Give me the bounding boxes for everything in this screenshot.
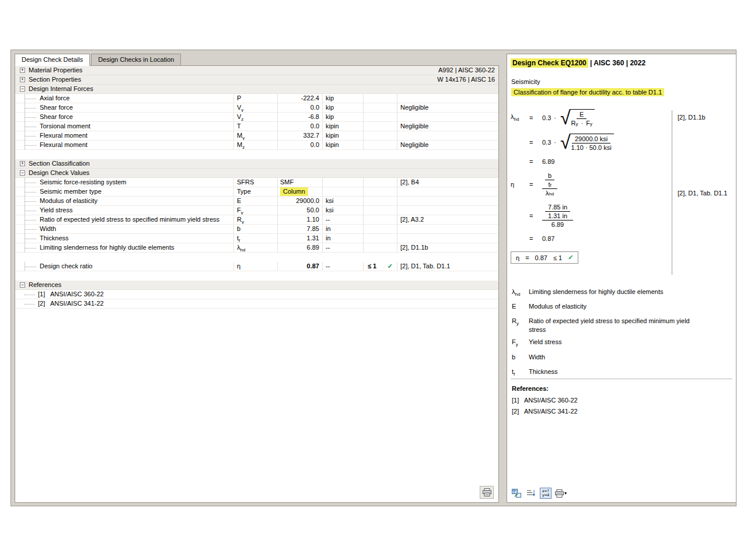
- row-unit: kip: [323, 113, 364, 121]
- row-value: -222.4: [278, 94, 323, 103]
- row-value: 50.0: [278, 206, 323, 215]
- row-note: [397, 131, 498, 140]
- row-comparison: [364, 206, 397, 215]
- row-comparison: ≤ 1✓: [364, 262, 397, 271]
- reference-number: [1]: [38, 290, 50, 299]
- collapse-icon[interactable]: −: [20, 86, 25, 92]
- group-label: Material Properties: [29, 66, 82, 75]
- table-row-flexural-moment-mz[interactable]: Flexural moment Mz 0.0 kipin Negligible: [15, 141, 498, 150]
- references-heading: References:: [512, 385, 549, 392]
- collapse-icon[interactable]: −: [20, 282, 25, 288]
- formula-reference-annotation: [2], D1.1b: [678, 114, 706, 121]
- row-unit: --: [323, 243, 364, 252]
- table-row-design-check-ratio[interactable]: Design check ratio η 0.87 -- ≤ 1✓ [2], D…: [15, 262, 498, 271]
- row-unit: kip: [323, 94, 364, 103]
- row-unit: in: [323, 225, 364, 233]
- annotation-divider: [672, 110, 672, 275]
- row-comparison: [364, 215, 397, 224]
- row-symbol: tf: [234, 234, 278, 243]
- group-label: Section Classification: [29, 159, 90, 168]
- collapse-icon[interactable]: −: [20, 170, 25, 176]
- table-row-shear-force-vz[interactable]: Shear force Vz -6.8 kip: [15, 113, 498, 122]
- row-unit: kipin: [323, 141, 364, 149]
- expand-icon[interactable]: +: [20, 68, 25, 73]
- tab-design-checks-in-location[interactable]: Design Checks in Location: [91, 54, 181, 66]
- sort-rows-button[interactable]: [525, 488, 537, 499]
- print-button[interactable]: [480, 486, 494, 499]
- row-comparison: [364, 243, 397, 252]
- group-row-material-properties[interactable]: + Material Properties A992 | AISC 360-22: [15, 66, 498, 75]
- group-row-references[interactable]: − References: [15, 281, 498, 290]
- table-row-axial-force[interactable]: Axial force P -222.4 kip: [15, 94, 498, 103]
- group-row-design-check-values[interactable]: − Design Check Values: [15, 169, 498, 178]
- row-symbol: λhd: [234, 243, 278, 252]
- table-row-thickness[interactable]: Thickness tf 1.31 in: [15, 234, 498, 243]
- row-label: Torsional moment: [15, 122, 234, 131]
- group-label: Design Internal Forces: [29, 85, 93, 93]
- table-row-yield-stress[interactable]: Yield stress Fy 50.0 ksi: [15, 206, 498, 215]
- group-value: W 14x176 | AISC 16: [437, 75, 498, 84]
- group-row-section-properties[interactable]: + Section Properties W 14x176 | AISC 16: [15, 75, 498, 85]
- category-label: Seismicity: [511, 78, 540, 85]
- show-values-toggle[interactable]: x=? y=4: [540, 488, 551, 499]
- show-in-tables-button[interactable]: [511, 488, 522, 499]
- group-label: References: [29, 281, 61, 289]
- row-unit: ksi: [323, 197, 364, 205]
- reference-item: [1] ANSI/AISC 360-22: [512, 397, 578, 404]
- row-value: 0.0: [278, 122, 323, 131]
- row-unit: ksi: [323, 206, 364, 215]
- table-row-width[interactable]: Width b 7.85 in: [15, 225, 498, 234]
- panel-title: Design Check EQ1200 | AISC 360 | 2022: [511, 58, 645, 68]
- row-note: [397, 187, 498, 196]
- row-symbol: Ry: [234, 215, 278, 224]
- tab-design-check-details[interactable]: Design Check Details: [15, 54, 90, 66]
- group-value: A992 | AISC 360-22: [438, 66, 498, 75]
- table-row-torsional-moment[interactable]: Torsional moment T 0.0 kipin Negligible: [15, 122, 498, 131]
- row-label: Flexural moment: [15, 141, 234, 149]
- table-row-flexural-moment-my[interactable]: Flexural moment My 332.7 kipin: [15, 131, 498, 141]
- row-label: Axial force: [15, 94, 234, 103]
- table-row-sfrs[interactable]: Seismic force-resisting system SFRS SMF …: [15, 178, 498, 187]
- row-symbol: Type: [234, 187, 278, 196]
- reference-row[interactable]: [2] ANSI/AISC 341-22: [15, 299, 498, 309]
- spacer-row: [15, 150, 498, 159]
- check-icon: ✓: [388, 262, 393, 271]
- formula-area: λhd = 0.3 · √ E Ry ·: [511, 107, 732, 282]
- formula-line-lambda-result: = 6.89: [511, 158, 668, 165]
- design-check-standard: | AISC 360 | 2022: [590, 59, 645, 67]
- table-row-ry-ratio[interactable]: Ratio of expected yield stress to specif…: [15, 215, 498, 225]
- row-label: Limiting slenderness for highly ductile …: [15, 243, 234, 252]
- expand-icon[interactable]: +: [20, 161, 25, 166]
- formula-line-lambda-definition: λhd = 0.3 · √ E Ry ·: [511, 109, 668, 127]
- row-comparison: [364, 141, 397, 149]
- row-symbol: E: [234, 197, 278, 205]
- row-unit: [323, 187, 364, 196]
- table-row-seismic-member-type[interactable]: Seismic member type Type Column: [15, 187, 498, 197]
- formula-reference-annotation: [2], D1, Tab. D1.1: [678, 190, 727, 197]
- row-value-highlighted: Column: [278, 187, 323, 196]
- legend-item: Ry Ratio of expected yield stress to spe…: [512, 317, 732, 334]
- row-comparison: [364, 197, 397, 205]
- reference-row[interactable]: [1] ANSI/AISC 360-22: [15, 290, 498, 299]
- row-symbol: Mz: [234, 141, 278, 149]
- row-value: 332.7: [278, 131, 323, 140]
- group-row-section-classification[interactable]: + Section Classification: [15, 159, 498, 169]
- row-note: [397, 197, 498, 205]
- square-root: √ 29000.0 ksi 1.10 · 50.0 ksi: [560, 134, 614, 151]
- print-formula-button[interactable]: ▾: [554, 488, 567, 499]
- table-row-shear-force-vy[interactable]: Shear force Vy 0.0 kip Negligible: [15, 103, 498, 113]
- group-row-design-internal-forces[interactable]: − Design Internal Forces: [15, 85, 498, 94]
- design-check-workspace: Design Check Details Design Checks in Lo…: [11, 50, 736, 506]
- row-note: [397, 94, 498, 103]
- row-unit: --: [323, 262, 364, 271]
- row-note: Negligible: [397, 141, 498, 149]
- row-note: [2], D1, Tab. D1.1: [397, 262, 498, 271]
- group-label: Design Check Values: [29, 169, 89, 177]
- dropdown-arrow-icon[interactable]: ▾: [564, 491, 567, 496]
- row-note: [397, 113, 498, 121]
- formula-panel-toolbar: x=? y=4 ▾: [511, 488, 567, 499]
- table-row-modulus-of-elasticity[interactable]: Modulus of elasticity E 29000.0 ksi: [15, 197, 498, 206]
- table-row-limiting-slenderness[interactable]: Limiting slenderness for highly ductile …: [15, 243, 498, 253]
- expand-icon[interactable]: +: [20, 77, 25, 82]
- row-label: Shear force: [15, 113, 234, 121]
